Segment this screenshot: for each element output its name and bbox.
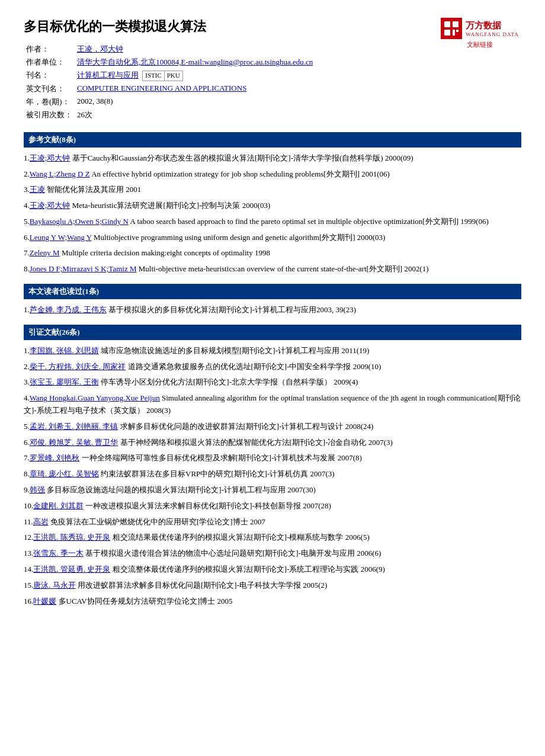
ref-link[interactable]: 张宝玉. 廖明军. 王衡 bbox=[30, 377, 99, 386]
affiliation-link[interactable]: 清华大学自动化系,北京100084,E-mail:wangling@proc.a… bbox=[77, 57, 313, 66]
list-item: 4.王凌;邓大钟 Meta-heuristic算法研究进展[期刊论文]-控制与决… bbox=[24, 200, 521, 212]
list-item: 14.王洪凯. 管延勇. 史开泉 粗交流整体最优传递序列的模拟退火算法[期刊论文… bbox=[24, 563, 521, 576]
ref-body: 城市应急物流设施选址的多目标规划模型[期刊论文]-计算机工程与应用 2011(1… bbox=[99, 346, 370, 355]
list-item: 4.Wang Hongkai.Guan Yanyong.Xue Peijun S… bbox=[24, 392, 521, 417]
ref-body: 多UCAV协同任务规划方法研究[学位论文]博士 2005 bbox=[56, 597, 232, 606]
list-item: 1.芦金婵. 李乃成. 王伟东 基于模拟退火的多目标优化算法[期刊论文]-计算机… bbox=[24, 304, 521, 316]
ref-link[interactable]: Wang L;Zheng D Z bbox=[30, 169, 90, 178]
ref-link[interactable]: 章琦. 庞小红. 吴智铭 bbox=[30, 469, 99, 478]
ref-id: 1. bbox=[24, 305, 30, 314]
ref-link[interactable]: 孟岩. 刘希玉. 刘艳丽. 李镇 bbox=[30, 422, 118, 431]
meta-row-year: 年，卷(期)： 2002, 38(8) bbox=[24, 95, 315, 108]
ref-link[interactable]: 王凌;邓大钟 bbox=[30, 153, 70, 162]
year-value: 2002, 38(8) bbox=[75, 95, 315, 108]
ref-link[interactable]: Baykasoglu A;Owen S;Gindy N bbox=[30, 217, 129, 226]
ref-link[interactable]: 叶媛媛 bbox=[33, 597, 56, 606]
journal-en-link[interactable]: COMPUTER ENGINEERING AND APPLICATIONS bbox=[77, 84, 246, 92]
ref-body: 一种全终端网络可靠性多目标优化模型及求解[期刊论文]-计算机技术与发展 2007… bbox=[79, 453, 362, 462]
list-item: 3.张宝玉. 廖明军. 王衡 停车诱导小区划分优化方法[期刊论文]-北京大学学报… bbox=[24, 376, 521, 389]
ref-id: 2. bbox=[24, 169, 30, 178]
ref-link[interactable]: 王洪凯. 管延勇. 史开泉 bbox=[33, 565, 110, 574]
ref-body: 停车诱导小区划分优化方法[期刊论文]-北京大学学报（自然科学版） 2009(4) bbox=[99, 377, 358, 386]
ref-link[interactable]: 邓俊. 赖旭芝. 吴敏. 曹卫华 bbox=[30, 438, 118, 447]
list-item: 1.王凌;邓大钟 基于Cauchy和Gaussian分布状态发生器的模拟退火算法… bbox=[24, 152, 521, 165]
also-read-section: 本文读者也读过(1条) 1.芦金婵. 李乃成. 王伟东 基于模拟退火的多目标优化… bbox=[24, 284, 521, 316]
ref-id: 5. bbox=[24, 422, 30, 431]
ref-id: 14. bbox=[24, 565, 33, 574]
ref-id: 16. bbox=[24, 597, 33, 606]
ref-body: 用改进蚁群算法求解多目标优化问题[期刊论文]-电子科技大学学报 2005(2) bbox=[76, 581, 328, 590]
author-label: 作者： bbox=[24, 43, 75, 56]
ref-id: 9. bbox=[24, 485, 30, 494]
ref-body: A taboo search based approach to find th… bbox=[129, 217, 489, 226]
ref-link[interactable]: Zeleny M bbox=[30, 248, 60, 257]
pku-badge: PKU bbox=[165, 71, 182, 80]
list-item: 9.韩强 多目标应急设施选址问题的模拟退火算法[期刊论文]-计算机工程与应用 2… bbox=[24, 484, 521, 496]
logo-text: 万方数据 WANGFANG DATA bbox=[466, 20, 518, 37]
ref-id: 8. bbox=[24, 469, 30, 478]
list-item: 1.李国旗. 张锦. 刘思婧 城市应急物流设施选址的多目标规划模型[期刊论文]-… bbox=[24, 345, 521, 357]
also-read-list: 1.芦金婵. 李乃成. 王伟东 基于模拟退火的多目标优化算法[期刊论文]-计算机… bbox=[24, 304, 521, 316]
ref-id: 3. bbox=[24, 185, 30, 194]
list-item: 12.王洪凯. 陈秀琼. 史开泉 粗交流结果最优传递序列的模拟退火算法[期刊论文… bbox=[24, 531, 521, 544]
ref-link[interactable]: Jones D F;Mirrazavi S K;Tamiz M bbox=[30, 264, 137, 273]
list-item: 10.金建刚. 刘其群 一种改进模拟退火算法来求解目标优化[期刊论文]-科技创新… bbox=[24, 500, 521, 512]
ref-body: 基于模拟退火遗传混合算法的物流中心选址问题研究[期刊论文]-电脑开发与应用 20… bbox=[84, 549, 382, 558]
ref-body: 基于神经网络和模拟退火算法的配煤智能优化方法[期刊论文]-冶金自动化 2007(… bbox=[118, 438, 393, 447]
author-link[interactable]: 王凌，邓大钟 bbox=[77, 44, 123, 53]
list-item: 8.Jones D F;Mirrazavi S K;Tamiz M Multi-… bbox=[24, 263, 521, 276]
svg-rect-5 bbox=[456, 30, 459, 32]
ref-link[interactable]: 王凌 bbox=[30, 185, 45, 194]
meta-row-journal: 刊名： 计算机工程与应用 ISTIC PKU bbox=[24, 69, 315, 82]
ref-id: 8. bbox=[24, 264, 30, 273]
journal-link[interactable]: 计算机工程与应用 bbox=[77, 71, 139, 79]
ref-body: 粗交流整体最优传递序列的模拟退火算法[期刊论文]-系统工程理论与实践 2006(… bbox=[110, 565, 385, 574]
meta-table: 作者： 王凌，邓大钟 作者单位： 清华大学自动化系,北京100084,E-mai… bbox=[24, 43, 315, 121]
ref-link[interactable]: 王凌;邓大钟 bbox=[30, 201, 70, 210]
istic-badge: ISTIC bbox=[143, 71, 165, 80]
journal-en-label: 英文刊名： bbox=[24, 82, 75, 95]
ref-link[interactable]: 柴干. 方程炜. 刘庆全. 周家祥 bbox=[30, 362, 126, 371]
journal-label: 刊名： bbox=[24, 69, 75, 82]
ref-link[interactable]: 张雪东. 季一木 bbox=[33, 549, 84, 558]
ref-id: 10. bbox=[24, 501, 33, 510]
svg-rect-3 bbox=[444, 30, 450, 36]
journal-value: 计算机工程与应用 ISTIC PKU bbox=[75, 69, 315, 82]
title-block: 多目标优化的一类模拟退火算法 作者： 王凌，邓大钟 作者单位： 清华大学自动化系… bbox=[24, 18, 438, 121]
affiliation-label: 作者单位： bbox=[24, 56, 75, 69]
ref-link[interactable]: 李国旗. 张锦. 刘思婧 bbox=[30, 346, 99, 355]
year-label: 年，卷(期)： bbox=[24, 95, 75, 108]
meta-row-affiliation: 作者单位： 清华大学自动化系,北京100084,E-mail:wangling@… bbox=[24, 56, 315, 69]
ref-link[interactable]: 韩强 bbox=[30, 485, 45, 494]
ref-link[interactable]: 王洪凯. 陈秀琼. 史开泉 bbox=[33, 533, 110, 542]
ref-body: 一种改进模拟退火算法来求解目标优化[期刊论文]-科技创新导报 2007(28) bbox=[84, 501, 331, 510]
references-list: 1.王凌;邓大钟 基于Cauchy和Gaussian分布状态发生器的模拟退火算法… bbox=[24, 152, 521, 276]
cited-by-list: 1.李国旗. 张锦. 刘思婧 城市应急物流设施选址的多目标规划模型[期刊论文]-… bbox=[24, 345, 521, 608]
list-item: 7.Zeleny M Multiple criteria decision ma… bbox=[24, 247, 521, 260]
page-title: 多目标优化的一类模拟退火算法 bbox=[24, 18, 438, 36]
list-item: 5.Baykasoglu A;Owen S;Gindy N A taboo se… bbox=[24, 216, 521, 228]
ref-link[interactable]: 金建刚. 刘其群 bbox=[33, 501, 84, 510]
ref-link[interactable]: 芦金婵. 李乃成. 王伟东 bbox=[30, 305, 107, 314]
ref-link[interactable]: 唐泳. 马永开 bbox=[33, 581, 76, 590]
ref-link[interactable]: 高岩 bbox=[33, 517, 49, 526]
ref-link[interactable]: 罗景峰. 刘艳秋 bbox=[30, 453, 80, 462]
affiliation-value: 清华大学自动化系,北京100084,E-mail:wangling@proc.a… bbox=[75, 56, 315, 69]
list-item: 2.Wang L;Zheng D Z An effective hybrid o… bbox=[24, 168, 521, 181]
ref-link[interactable]: Wang Hongkai.Guan Yanyong.Xue Peijun bbox=[30, 393, 160, 402]
ref-link[interactable]: Leung Y W;Wang Y bbox=[30, 233, 92, 242]
ref-id: 6. bbox=[24, 233, 30, 242]
list-item: 6.Leung Y W;Wang Y Multiobjective progra… bbox=[24, 232, 521, 244]
meta-row-cite: 被引用次数： 26次 bbox=[24, 108, 315, 121]
list-item: 2.柴干. 方程炜. 刘庆全. 周家祥 道路交通紧急救援服务点的优化选址[期刊论… bbox=[24, 361, 521, 373]
wangfang-logo-icon bbox=[441, 18, 462, 39]
ref-id: 13. bbox=[24, 549, 33, 558]
ref-body: Meta-heuristic算法研究进展[期刊论文]-控制与决策 2000(03… bbox=[70, 201, 270, 210]
logo-subtitle: 文献链接 bbox=[467, 40, 493, 49]
list-item: 5.孟岩. 刘希玉. 刘艳丽. 李镇 求解多目标优化问题的改进蚁群算法[期刊论文… bbox=[24, 421, 521, 433]
references-header: 参考文献(8条) bbox=[24, 132, 521, 148]
svg-rect-0 bbox=[441, 18, 462, 39]
ref-id: 1. bbox=[24, 153, 30, 162]
ref-id: 7. bbox=[24, 453, 30, 462]
ref-id: 1. bbox=[24, 346, 30, 355]
